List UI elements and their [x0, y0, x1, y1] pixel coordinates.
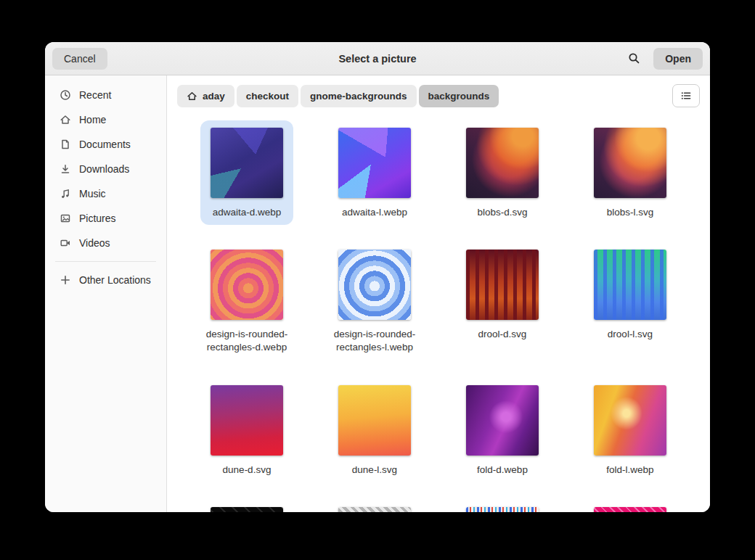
file-name: adwaita-l.webp	[342, 206, 407, 219]
file-thumbnail	[211, 128, 283, 198]
file-thumbnail	[338, 128, 411, 198]
file-thumbnail	[211, 250, 283, 320]
breadcrumb-home[interactable]: aday	[177, 85, 234, 107]
sidebar-item-label: Music	[79, 188, 106, 199]
sidebar-separator	[55, 261, 156, 262]
sidebar-item-home[interactable]: Home	[49, 107, 162, 132]
file-item[interactable]: blobs-l.svg	[584, 120, 677, 225]
file-thumbnail	[211, 385, 283, 456]
path-bar: aday checkout gnome-backgrounds backgrou…	[167, 75, 710, 116]
breadcrumb-label: checkout	[246, 91, 289, 102]
file-name: blobs-d.svg	[477, 206, 527, 219]
plus-icon	[60, 274, 71, 286]
sidebar-item-label: Downloads	[79, 163, 129, 175]
file-thumbnail	[466, 250, 539, 320]
file-thumbnail	[466, 128, 539, 198]
file-thumbnail	[338, 507, 411, 512]
file-chooser-dialog: Select a picture Cancel Open Recent	[45, 42, 710, 512]
sidebar-item-downloads[interactable]: Downloads	[49, 157, 162, 181]
breadcrumb-checkout[interactable]: checkout	[237, 85, 298, 107]
file-name: drool-d.svg	[478, 328, 527, 341]
file-name: drool-l.svg	[608, 328, 653, 341]
file-name: adwaita-d.webp	[213, 206, 282, 219]
sidebar-item-recent[interactable]: Recent	[49, 83, 162, 107]
search-icon	[628, 52, 640, 65]
open-button[interactable]: Open	[653, 48, 703, 70]
file-item[interactable]: design-is-rounded-rectangles-d.webp	[183, 242, 311, 360]
file-thumbnail	[594, 128, 666, 198]
file-item[interactable]: design-is-rounded-rectangles-l.webp	[311, 242, 438, 360]
sidebar-item-pictures[interactable]: Pictures	[49, 206, 162, 231]
file-thumbnail	[594, 507, 666, 512]
sidebar-item-label: Documents	[79, 139, 131, 150]
file-thumbnail	[594, 385, 666, 456]
file-item[interactable]	[456, 500, 549, 512]
breadcrumb-backgrounds[interactable]: backgrounds	[419, 85, 499, 107]
main-area: aday checkout gnome-backgrounds backgrou…	[167, 75, 710, 512]
file-item[interactable]: fold-d.webp	[456, 378, 549, 482]
file-name: fold-d.webp	[477, 464, 528, 477]
sidebar-item-documents[interactable]: Documents	[49, 132, 162, 157]
view-toggle-button[interactable]	[672, 84, 700, 107]
clock-icon	[60, 89, 71, 101]
file-item[interactable]	[328, 500, 421, 512]
file-thumbnail	[466, 507, 539, 512]
download-icon	[60, 163, 71, 175]
home-icon	[187, 91, 197, 102]
file-name: design-is-rounded-rectangles-l.webp	[321, 328, 428, 354]
header-bar: Select a picture Cancel Open	[45, 42, 710, 75]
sidebar-item-label: Home	[79, 114, 106, 125]
file-name: blobs-l.svg	[607, 206, 654, 219]
file-item[interactable]: drool-d.svg	[456, 242, 549, 360]
file-item[interactable]: blobs-d.svg	[456, 120, 549, 225]
file-name: fold-l.webp	[606, 464, 653, 477]
sidebar-item-label: Pictures	[79, 213, 116, 224]
file-thumbnail	[211, 507, 283, 512]
music-note-icon	[60, 188, 71, 199]
sidebar-item-label: Other Locations	[79, 274, 151, 286]
sidebar-item-label: Videos	[79, 237, 110, 249]
sidebar-item-label: Recent	[79, 89, 111, 101]
search-button[interactable]	[625, 49, 643, 67]
file-thumbnail	[338, 385, 411, 456]
sidebar: Recent Home Documents Downloads	[45, 75, 167, 512]
document-icon	[60, 139, 71, 150]
file-thumbnail	[466, 385, 539, 456]
file-name: dune-d.svg	[223, 464, 272, 477]
file-name: dune-l.svg	[352, 464, 397, 477]
breadcrumb-label: gnome-backgrounds	[310, 91, 407, 102]
file-name: design-is-rounded-rectangles-d.webp	[193, 328, 301, 354]
cancel-button[interactable]: Cancel	[52, 48, 107, 70]
file-thumbnail	[338, 250, 411, 320]
file-item[interactable]: fold-l.webp	[584, 378, 677, 482]
list-view-icon	[680, 90, 692, 102]
file-grid-scroll-area[interactable]: adwaita-d.webpadwaita-l.webpblobs-d.svgb…	[167, 116, 710, 512]
file-item[interactable]	[584, 500, 677, 512]
breadcrumb-gnome-backgrounds[interactable]: gnome-backgrounds	[301, 85, 417, 107]
dialog-title: Select a picture	[45, 53, 710, 65]
file-item[interactable]: dune-d.svg	[200, 378, 293, 482]
file-grid: adwaita-d.webpadwaita-l.webpblobs-d.svgb…	[167, 116, 710, 512]
sidebar-item-videos[interactable]: Videos	[49, 231, 162, 255]
breadcrumb-label: backgrounds	[428, 91, 490, 102]
file-item[interactable]: dune-l.svg	[328, 378, 421, 482]
file-item[interactable]: drool-l.svg	[584, 242, 677, 360]
video-icon	[60, 237, 71, 249]
picture-icon	[60, 213, 71, 224]
breadcrumb-label: aday	[203, 91, 225, 102]
file-thumbnail	[594, 250, 666, 320]
sidebar-item-other-locations[interactable]: Other Locations	[49, 268, 162, 292]
sidebar-item-music[interactable]: Music	[49, 181, 162, 206]
file-item[interactable]	[200, 500, 293, 512]
home-icon	[60, 114, 71, 125]
file-item[interactable]: adwaita-l.webp	[328, 120, 421, 225]
file-item[interactable]: adwaita-d.webp	[200, 120, 293, 225]
